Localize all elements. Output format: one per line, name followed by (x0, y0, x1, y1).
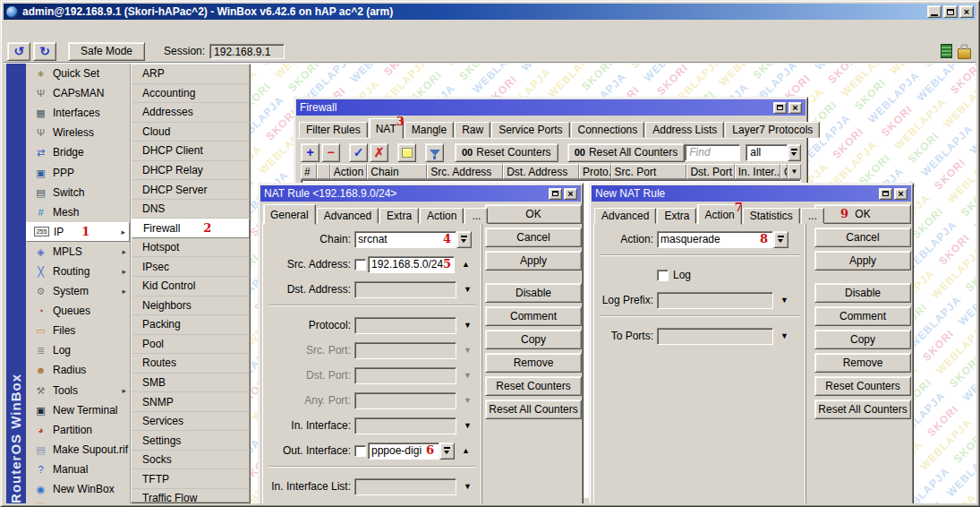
out-interface-list-field[interactable] (354, 503, 456, 504)
sidebar-item[interactable]: ▦ Interfaces ▸ (26, 103, 130, 123)
sidebar-item[interactable]: # Mesh ▸ (26, 202, 130, 222)
sidebar-item[interactable]: Ψ Wireless ▸ (26, 123, 130, 142)
ip-submenu-item[interactable]: Routes (132, 354, 250, 374)
firewall-toolbar-button[interactable] (425, 143, 444, 162)
firewall-tab[interactable]: Mangle (405, 122, 454, 138)
ip-submenu-item[interactable]: Neighbors (132, 296, 250, 316)
undo-button[interactable]: ↺ (7, 42, 30, 61)
nat-rule-maximize-button[interactable] (549, 188, 562, 200)
ip-submenu-item[interactable]: DHCP Server (132, 180, 250, 200)
ip-submenu-item[interactable]: Addresses (132, 103, 250, 123)
sidebar-item[interactable]: ⇄ Bridge ▸ (26, 142, 130, 162)
ip-submenu-item[interactable]: Settings (132, 431, 250, 451)
firewall-toolbar-button[interactable]: ✗ (370, 143, 388, 162)
out-interface-checkbox[interactable] (354, 445, 366, 457)
sidebar-item[interactable]: ◔ Queues ▸ (26, 301, 130, 321)
in-interface-dropdown-arrow[interactable]: ▼ (464, 422, 472, 430)
column-header[interactable]: Proto... (579, 164, 611, 179)
column-header[interactable]: Src. Address (427, 164, 503, 179)
sidebar-item[interactable]: ▬ ▸ (26, 499, 130, 503)
sidebar-item[interactable]: ◉ New WinBox ▸ (26, 479, 130, 499)
dialog-button[interactable]: Cancel (814, 228, 911, 247)
sidebar-item[interactable]: ▣ PPP ▸ (26, 162, 130, 182)
ip-submenu-item[interactable]: SMB (132, 374, 250, 393)
out-interface-field[interactable]: pppoe-digi 6 (368, 443, 439, 460)
dialog-button[interactable]: Comment (485, 306, 582, 326)
sidebar-item[interactable]: ◕ Partition ▸ (26, 420, 130, 440)
column-header[interactable]: In. Inter... (735, 164, 780, 179)
ip-submenu-item[interactable]: TFTP (132, 469, 250, 489)
ip-submenu-item[interactable]: Hotspot (132, 238, 250, 258)
src-address-up-button[interactable]: ▲ (462, 261, 470, 269)
nat-rule-tab[interactable]: Action (420, 208, 464, 224)
sidebar-item[interactable]: 255 IP 1 ▸ (26, 222, 130, 242)
new-nat-rule-close-button[interactable]: × (894, 188, 908, 200)
ip-submenu-item[interactable]: Packing (132, 315, 250, 335)
dialog-button[interactable]: Remove (485, 353, 582, 373)
dialog-button[interactable]: Reset Counters (485, 376, 582, 396)
ip-submenu-item[interactable]: Services (132, 412, 250, 432)
column-header[interactable]: Dst. Address (503, 164, 579, 179)
column-header[interactable]: Action (330, 164, 367, 179)
in-interface-list-field[interactable] (354, 478, 456, 495)
new-nat-rule-tab[interactable]: Statistics (743, 208, 800, 224)
nat-rule-titlebar[interactable]: NAT Rule <192.168.9.0/24> × (260, 185, 581, 202)
to-ports-field[interactable] (657, 328, 773, 345)
sidebar-item[interactable]: ╳ Routing ▸ (26, 262, 130, 281)
dialog-button[interactable]: Comment (814, 306, 911, 326)
ip-submenu-item[interactable]: ARP (132, 64, 250, 84)
firewall-toolbar-button[interactable]: + (301, 143, 320, 162)
new-nat-rule-tab[interactable]: Advanced (594, 208, 656, 224)
action-dropdown-button[interactable] (773, 231, 788, 248)
out-interface-dropdown-button[interactable] (439, 443, 455, 460)
ip-submenu-item[interactable]: DHCP Client (132, 142, 250, 161)
dst-address-field[interactable] (354, 281, 456, 298)
sidebar-item[interactable]: ▤ Switch ▸ (26, 183, 130, 202)
sidebar-item[interactable]: ∗ Quick Set ▸ (26, 64, 130, 83)
dialog-button[interactable]: Remove (814, 353, 911, 373)
firewall-tab[interactable]: NAT 3 (369, 118, 404, 139)
dialog-button[interactable]: Apply (814, 251, 911, 271)
dialog-button[interactable]: Reset Counters (814, 376, 911, 396)
sidebar-item[interactable]: ? Manual ▸ (26, 460, 130, 479)
maximize-button[interactable] (943, 5, 958, 18)
sidebar-item[interactable]: ⚙ System ▸ (26, 281, 130, 301)
reset-counters-button[interactable]: 00 Reset Counters (455, 143, 558, 162)
column-header[interactable]: # (301, 164, 317, 179)
ip-submenu-item[interactable]: Accounting (132, 84, 250, 104)
sidebar-item[interactable]: Ψ CAPsMAN ▸ (26, 83, 130, 103)
find-input[interactable] (685, 144, 740, 161)
dialog-button[interactable]: Disable (814, 283, 911, 303)
dialog-button[interactable]: Reset All Counters (814, 400, 911, 419)
new-nat-rule-titlebar[interactable]: New NAT Rule × (592, 185, 911, 202)
dialog-button[interactable]: Copy (485, 330, 582, 349)
sidebar-item[interactable]: ≣ Log ▸ (26, 340, 130, 360)
session-value-box[interactable]: 192.168.9.1 (209, 44, 285, 59)
new-nat-rule-tab[interactable]: Extra (657, 208, 696, 224)
nat-rule-tab[interactable]: General (263, 204, 316, 225)
firewall-tab[interactable]: Filter Rules (299, 122, 368, 138)
dialog-button[interactable]: 9 OK (814, 204, 911, 224)
safe-mode-button[interactable]: Safe Mode (68, 42, 145, 61)
column-header[interactable]: Out. Int... (780, 164, 788, 179)
minimize-button[interactable] (927, 5, 942, 18)
dialog-button[interactable]: Copy (814, 330, 911, 349)
ip-submenu-item[interactable]: DHCP Relay (132, 161, 250, 181)
nat-rule-tab[interactable]: Extra (379, 208, 419, 224)
new-nat-rule-tab[interactable]: ... (801, 208, 824, 224)
ip-submenu-item[interactable]: SNMP (132, 392, 250, 412)
action-field[interactable]: masquerade 8 (657, 231, 773, 248)
ip-submenu-item[interactable]: Firewall 2 (132, 219, 250, 238)
reset-all-counters-button[interactable]: 00 Reset All Counters (567, 143, 686, 162)
log-prefix-field[interactable] (657, 292, 773, 309)
column-header[interactable]: Src. Port (611, 164, 687, 179)
close-button[interactable]: × (959, 5, 974, 18)
dialog-button[interactable]: Cancel (485, 228, 582, 247)
nat-rule-tab[interactable]: Advanced (317, 208, 379, 224)
dialog-button[interactable]: Disable (485, 283, 582, 303)
dialog-button[interactable]: OK (485, 204, 582, 224)
ip-submenu-item[interactable]: Kid Control (132, 277, 250, 296)
nat-filter-select[interactable]: all (746, 144, 788, 161)
column-header[interactable] (317, 164, 330, 179)
firewall-titlebar[interactable]: Firewall × (296, 99, 805, 116)
